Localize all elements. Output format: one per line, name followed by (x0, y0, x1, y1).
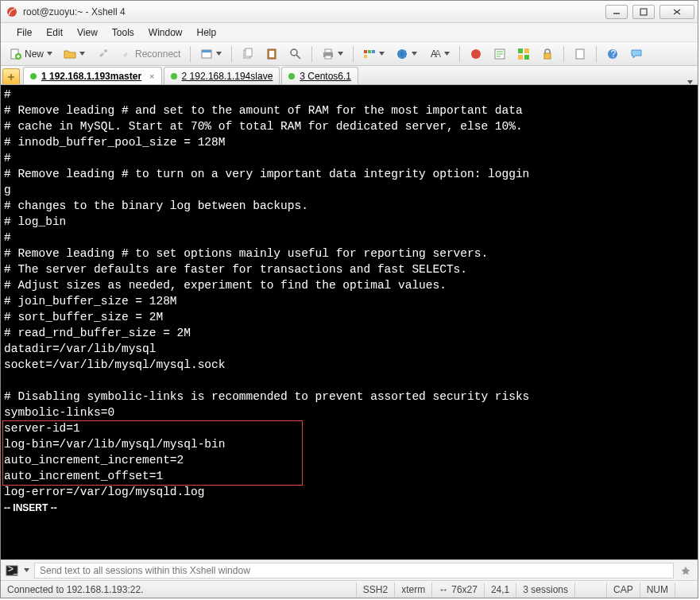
menu-help[interactable]: Help (191, 25, 223, 41)
add-tab-button[interactable] (2, 68, 20, 84)
toolbar-separator (459, 46, 460, 62)
svg-point-16 (291, 49, 297, 56)
search-icon (289, 48, 302, 60)
window-title: root@zuoyu:~ - Xshell 4 (23, 6, 605, 17)
svg-rect-34 (524, 48, 529, 53)
tab-bar: 1 192.168.1.193master × 2 192.168.1.194s… (1, 66, 698, 85)
svg-rect-35 (518, 55, 523, 60)
print-button[interactable] (318, 45, 347, 63)
tab-session-1[interactable]: 1 192.168.1.193master × (23, 67, 162, 84)
svg-point-28 (471, 49, 481, 59)
menu-edit[interactable]: Edit (40, 25, 69, 41)
tab-session-3[interactable]: 3 Centos6.1 (281, 67, 358, 84)
dropdown-arrow-icon (444, 52, 450, 56)
terminal-output[interactable]: # # Remove leading # and set to the amou… (1, 85, 698, 559)
script-button[interactable] (489, 45, 510, 63)
feedback-button[interactable] (626, 45, 647, 63)
minimize-button[interactable] (605, 5, 628, 19)
status-blank (575, 583, 607, 597)
menu-file[interactable]: File (10, 25, 38, 41)
svg-rect-38 (576, 49, 584, 59)
paste-button[interactable] (261, 45, 282, 63)
menu-bar: File Edit View Tools Window Help (1, 23, 698, 42)
tab-menu-button[interactable] (683, 80, 698, 84)
status-num: NUM (640, 583, 675, 597)
tab-label: 3 Centos6.1 (300, 71, 351, 82)
printer-icon (322, 48, 335, 60)
xshell-button[interactable] (466, 45, 486, 63)
speech-bubble-icon (630, 48, 643, 60)
svg-rect-33 (518, 48, 523, 53)
new-button[interactable]: New (6, 45, 56, 63)
reconnect-button[interactable]: Reconnect (116, 45, 184, 63)
font-button[interactable]: AA (424, 45, 454, 63)
menu-window[interactable]: Window (142, 25, 189, 41)
status-bar: Connected to 192.168.1.193:22. SSH2 xter… (1, 580, 698, 598)
page-icon (574, 48, 586, 60)
close-button[interactable] (659, 5, 694, 19)
help-button[interactable]: ? (602, 45, 623, 63)
svg-rect-13 (246, 48, 252, 56)
status-termtype: xterm (395, 583, 432, 597)
properties-button[interactable] (196, 45, 226, 63)
folder-icon (64, 48, 76, 60)
status-caps: CAP (607, 583, 640, 597)
svg-rect-11 (202, 50, 211, 52)
terminal-icon[interactable]: >_ (6, 564, 18, 577)
send-input[interactable] (34, 563, 674, 579)
lock-button[interactable] (537, 45, 558, 63)
palette-icon (363, 48, 376, 60)
maximize-button[interactable] (632, 5, 655, 19)
svg-rect-24 (364, 55, 367, 58)
properties-icon (200, 48, 213, 60)
grid-icon (517, 48, 530, 60)
status-blank2 (675, 583, 691, 597)
svg-rect-15 (269, 51, 274, 57)
new-icon (10, 48, 22, 60)
dropdown-arrow-icon (79, 52, 85, 56)
svg-point-9 (104, 49, 107, 52)
status-size: ↔76x27 (432, 583, 485, 597)
toolbar-separator (596, 46, 597, 62)
help-icon: ? (606, 48, 619, 60)
toolbar-separator (311, 46, 312, 62)
dropdown-arrow-icon (338, 52, 343, 56)
tab-label: 1 192.168.1.193master (41, 71, 141, 82)
tile-button[interactable] (513, 45, 534, 63)
svg-text:>_: >_ (8, 564, 18, 575)
globe-icon (396, 48, 408, 60)
color-scheme-button[interactable] (359, 45, 389, 63)
app-window: root@zuoyu:~ - Xshell 4 File Edit View T… (0, 0, 698, 598)
lock-icon (541, 48, 554, 60)
toolbar: New Reconnect AA (1, 42, 698, 66)
web-button[interactable] (392, 45, 421, 63)
dropdown-arrow-icon[interactable] (24, 568, 29, 572)
svg-rect-37 (544, 53, 551, 59)
svg-rect-36 (524, 55, 529, 60)
svg-rect-19 (325, 49, 331, 52)
disconnect-button[interactable] (92, 45, 113, 63)
pin-button[interactable] (679, 563, 693, 578)
dropdown-arrow-icon (687, 80, 693, 84)
toolbar-separator (231, 46, 232, 62)
find-button[interactable] (285, 45, 306, 63)
close-icon[interactable]: × (149, 72, 154, 81)
size-icon: ↔ (439, 584, 448, 595)
menu-tools[interactable]: Tools (106, 25, 141, 41)
xshell-icon (470, 48, 482, 60)
status-connected: Connected to 192.168.1.193:22. (7, 584, 143, 595)
title-bar[interactable]: root@zuoyu:~ - Xshell 4 (1, 1, 698, 23)
svg-rect-21 (364, 50, 367, 53)
copy-button[interactable] (238, 45, 258, 63)
svg-point-0 (7, 7, 17, 17)
tab-session-2[interactable]: 2 192.168.1.194slave (164, 67, 280, 84)
app-icon (6, 6, 18, 18)
open-button[interactable] (60, 45, 89, 63)
new-label: New (25, 48, 44, 60)
page-button[interactable] (570, 45, 590, 63)
status-protocol: SSH2 (357, 583, 395, 597)
menu-view[interactable]: View (71, 25, 104, 41)
tab-label: 2 192.168.1.194slave (182, 71, 273, 82)
svg-text:?: ? (611, 48, 617, 60)
dropdown-arrow-icon (379, 52, 385, 56)
